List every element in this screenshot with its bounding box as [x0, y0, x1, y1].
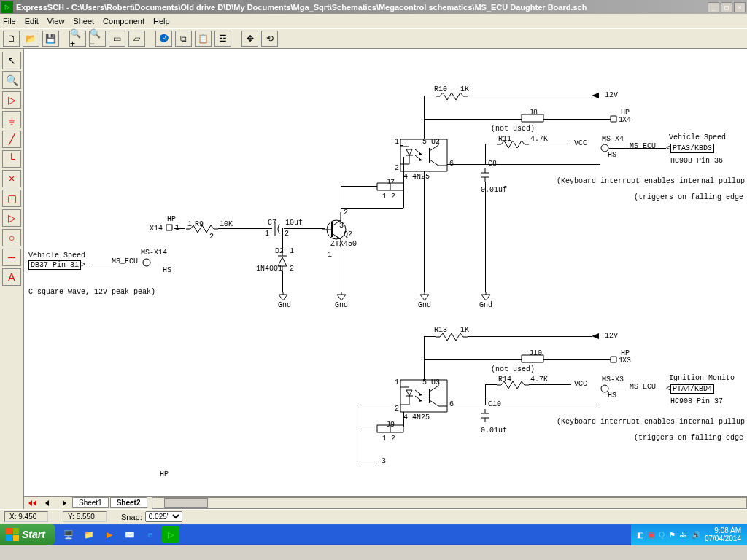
svg-marker-8	[279, 295, 287, 300]
j7-pins: 1 2	[382, 192, 395, 201]
close-button[interactable]: ×	[734, 2, 746, 12]
svg-rect-51	[611, 357, 616, 362]
move-button[interactable]: ✥	[241, 31, 258, 47]
r9-val: 10K	[220, 220, 233, 228]
rect-tool[interactable]: ▢	[2, 190, 21, 207]
component-tool[interactable]: ▷	[2, 91, 21, 109]
svg-line-32	[430, 145, 438, 151]
net-ms-ecu-out: MS_ECU	[630, 142, 656, 150]
svg-line-63	[430, 386, 438, 392]
port-ms-x14: MS-X14	[141, 249, 167, 257]
circle-tool[interactable]: ○	[2, 229, 21, 246]
j9-pins: 1 2	[382, 435, 395, 443]
tray-flag-icon[interactable]: ⚑	[669, 531, 676, 539]
junction-tool[interactable]: ×	[2, 170, 21, 187]
tray-icon[interactable]: ▣	[648, 531, 654, 539]
quicklaunch-ie[interactable]: e	[142, 526, 159, 543]
triangle-tool[interactable]: ▷	[2, 209, 21, 227]
note-kbint-1: (Keyboard interrupt enables internal pul…	[557, 177, 745, 185]
menu-file[interactable]: File	[3, 17, 16, 26]
zoom-in-button[interactable]: 🔍+	[69, 31, 86, 47]
menu-view[interactable]: View	[47, 17, 65, 26]
svg-point-0	[143, 259, 150, 266]
corner-tool[interactable]: └	[2, 150, 21, 168]
quicklaunch-thunderbird[interactable]: ✉️	[121, 526, 139, 543]
horizontal-scrollbar[interactable]	[152, 497, 748, 509]
d2-part: 1N4001	[256, 265, 282, 273]
minimize-button[interactable]: _	[708, 2, 719, 12]
zoom-out-button[interactable]: 🔍−	[89, 31, 106, 47]
paste-button[interactable]: 📋	[195, 31, 212, 47]
wire-tool[interactable]: ╱	[2, 131, 21, 148]
zoom-fit-button[interactable]: ▭	[109, 31, 125, 47]
print-button[interactable]: 🅟	[155, 31, 172, 47]
note-falling-1: (triggers on falling edge	[634, 193, 743, 201]
tray-network-icon[interactable]: 🖧	[680, 531, 687, 539]
quicklaunch-expresssch[interactable]: ▷	[162, 526, 179, 543]
window-title: ExpressSCH - C:\Users\Robert\Documents\O…	[16, 3, 708, 12]
tab-nav-icon[interactable]	[59, 498, 69, 508]
snap-select[interactable]: 0.025"	[145, 511, 182, 522]
svg-marker-48	[420, 295, 429, 300]
taskbar: Start 🖥️ 📁 ▶ ✉️ e ▷ ◧ ▣ Q ⚑ 🖧 🔊 9:08 AM …	[0, 524, 747, 545]
u2-part: 4 4N25	[403, 173, 430, 181]
svg-rect-39	[611, 116, 616, 122]
quicklaunch-explorer[interactable]: 📁	[80, 526, 98, 543]
c8-ref: C8	[488, 160, 497, 168]
menu-help[interactable]: Help	[153, 17, 170, 26]
save-button[interactable]: 💾	[42, 31, 59, 47]
copy-button[interactable]: ⧉	[175, 31, 192, 47]
snap-label: Snap:	[121, 513, 142, 521]
j8-note: (not used)	[491, 125, 535, 133]
u3-ref: U3	[431, 378, 440, 386]
tray-volume-icon[interactable]: 🔊	[692, 531, 700, 539]
menu-edit[interactable]: Edit	[25, 17, 39, 26]
new-button[interactable]: 🗋	[3, 31, 20, 47]
header-j7	[377, 183, 403, 192]
tab-sheet2[interactable]: Sheet2	[110, 497, 147, 508]
ground-tool[interactable]: ⏚	[2, 111, 21, 128]
svg-line-65	[430, 400, 438, 406]
text-tool[interactable]: A	[2, 268, 21, 286]
port-ms-x3: MS-X3	[602, 376, 624, 384]
zoom-page-button[interactable]: ▱	[128, 31, 145, 47]
start-button[interactable]: Start	[0, 524, 55, 545]
j10-note: (not used)	[491, 365, 535, 373]
quicklaunch-media[interactable]: ▶	[101, 526, 118, 543]
tray-icon[interactable]: Q	[659, 531, 665, 539]
r14-val: 4.7K	[530, 376, 548, 384]
resistor-r11	[497, 141, 529, 148]
c10-ref: C10	[488, 400, 501, 408]
status-y: Y: 5.550	[63, 511, 107, 522]
rotate-button[interactable]: ⟲	[261, 31, 278, 47]
menu-component[interactable]: Component	[103, 17, 144, 26]
svg-line-34	[430, 160, 438, 166]
title-bar: ▷ ExpressSCH - C:\Users\Robert\Documents…	[0, 0, 747, 14]
select-tool[interactable]: ↖	[2, 52, 21, 69]
menu-sheet[interactable]: Sheet	[73, 17, 94, 26]
label-vehicle-speed-out: Vehicle Speed	[669, 133, 726, 141]
label-hc908-36: HC908 Pin 36	[670, 157, 723, 165]
label-x4: X4	[622, 116, 631, 124]
zoom-tool[interactable]: 🔍	[2, 71, 21, 89]
header-j9	[377, 425, 403, 434]
tab-sheet1[interactable]: Sheet1	[72, 497, 109, 508]
svg-marker-49	[592, 333, 599, 339]
capacitor-c8	[479, 168, 491, 182]
tab-nav-icon[interactable]	[43, 498, 53, 508]
maximize-button[interactable]: □	[721, 2, 732, 12]
tab-nav-icon[interactable]	[27, 498, 37, 508]
capacitor-c10	[479, 409, 491, 422]
schematic-canvas[interactable]: Vehicle Speed MS_ECU DB37 Pin 31> MS-X14…	[24, 49, 747, 496]
open-button[interactable]: 📂	[23, 31, 39, 47]
resistor-r10	[436, 93, 468, 100]
system-tray[interactable]: ◧ ▣ Q ⚑ 🖧 🔊 9:08 AM 07/04/2014	[631, 524, 747, 545]
clock[interactable]: 9:08 AM 07/04/2014	[705, 526, 741, 542]
r13-val: 1K	[460, 326, 469, 334]
svg-marker-18	[337, 295, 346, 300]
quicklaunch-desktop[interactable]: 🖥️	[60, 526, 77, 543]
layers-button[interactable]: ☲	[214, 31, 231, 47]
port-ms-x4: MS-X4	[602, 135, 624, 143]
line-tool[interactable]: ─	[2, 249, 21, 266]
tray-icon[interactable]: ◧	[637, 531, 643, 539]
